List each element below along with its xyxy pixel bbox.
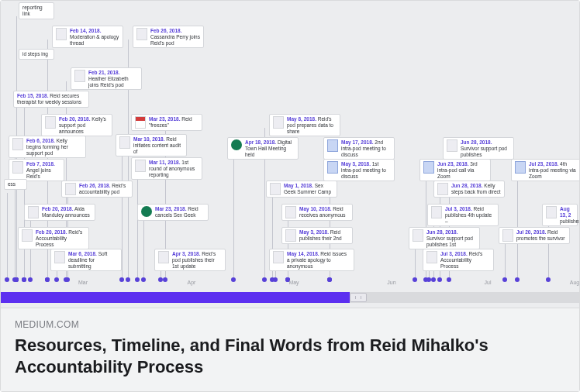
- event-date: Jun 28, 2018.: [426, 229, 457, 235]
- event-thumb: [135, 116, 146, 129]
- event-date: May 14, 2018.: [287, 251, 319, 256]
- timeline-event-card[interactable]: Feb 26, 2018. Reid's accountability pod: [61, 181, 133, 198]
- event-connector: [7, 193, 8, 280]
- month-label: Mar: [78, 280, 88, 285]
- link-headline: Resources, Timeline, and Final Words fro…: [15, 335, 565, 377]
- timeline-event-card[interactable]: ess: [4, 179, 27, 190]
- timeline-event-card[interactable]: Apr 18, 2018. Digital Town Hall Meeting …: [227, 137, 299, 160]
- event-text: May 3, 2018. Reid publishes their 2nd: [299, 229, 349, 242]
- timeline-event-card[interactable]: May 17, 2018. 2nd intra-pod meeting to d…: [323, 137, 395, 160]
- timeline-event-card[interactable]: reporting link: [19, 2, 54, 19]
- timeline-event-card[interactable]: Mar 10, 2018. Reid initiates content aud…: [116, 134, 187, 156]
- timeline-event-card[interactable]: Feb 20, 2018. Reid's Accountability Proc…: [18, 227, 89, 249]
- timeline-event-card[interactable]: Mar 23, 2018. Reid "freezes": [131, 114, 202, 131]
- timeline-event-card[interactable]: Jul 3, 2018. Reid publishes 4th update –: [427, 204, 499, 226]
- event-text: May 1, 2018. Sex Geek Summer Camp: [284, 183, 333, 195]
- event-text: Feb 14, 2018. Moderation & apology threa…: [70, 28, 119, 46]
- event-text: Jun 23, 2018. 3rd intra-pod call via Zoo…: [437, 161, 487, 179]
- link-source: MEDIUM.COM: [15, 319, 565, 330]
- scrub-fill: [1, 292, 350, 303]
- event-date: Jun 28, 2018.: [451, 183, 482, 188]
- event-date: Mar 23, 2018.: [149, 116, 180, 122]
- timeline-event-card[interactable]: Jul 23, 2018. 4th intra-pod meeting via …: [511, 159, 579, 181]
- event-date: Jul 3, 2018.: [445, 206, 472, 211]
- event-thumb: [273, 251, 284, 263]
- timeline-event-card[interactable]: May 14, 2018. Reid issues a private apol…: [269, 249, 354, 271]
- event-date: Feb 20, 2018.: [42, 206, 73, 211]
- event-date: May 3, 2018.: [299, 229, 329, 235]
- timeline-event-card[interactable]: Feb 26, 2018. Cassandra Perry joins Reid…: [133, 26, 204, 48]
- timeline-event-card[interactable]: May 8, 2018. Reid's pod prepares data to…: [269, 114, 340, 136]
- timeline-event-card[interactable]: Jun 28, 2018. Kelly steps back from dire…: [433, 181, 505, 198]
- event-thumb: [54, 251, 65, 263]
- event-thumb: [45, 116, 56, 129]
- event-text: Mar 6, 2018. Soft deadline for submittin…: [68, 251, 118, 269]
- event-text: Feb 26, 2018. Cassandra Perry joins Reid…: [150, 28, 200, 46]
- event-thumb: [119, 136, 130, 149]
- timeline-event-card[interactable]: Feb 7, 2018. Angel joins Reid's: [9, 159, 64, 181]
- scrub-track[interactable]: [1, 292, 579, 303]
- event-thumb: [22, 229, 33, 242]
- month-label: May: [288, 280, 299, 285]
- scrub-handle[interactable]: [350, 293, 367, 302]
- event-connector: [122, 148, 123, 280]
- timeline-event-card[interactable]: Jul 20, 2018. Reid promotes the survivor: [499, 227, 570, 244]
- event-text: Feb 15, 2018. Reid secures therapist for…: [17, 93, 85, 105]
- timeline-event-card[interactable]: May 10, 2018. Reid receives anonymous: [281, 204, 353, 221]
- event-text: Mar 23, 2018. Reid "freezes": [149, 116, 199, 129]
- timeline-event-card[interactable]: Jun 23, 2018. 3rd intra-pod call via Zoo…: [419, 159, 491, 181]
- event-date: Mar 10, 2018.: [133, 136, 164, 142]
- timeline-event-card[interactable]: id steps ing: [19, 49, 54, 60]
- timeline-event-card[interactable]: May 3, 2018. Reid publishes their 2nd: [281, 227, 353, 244]
- event-thumb: [285, 229, 296, 242]
- month-axis: MarAprMayJunJulAug: [1, 280, 579, 291]
- link-preview-card[interactable]: { "source": "MEDIUM.COM", "headline": "R…: [0, 0, 580, 392]
- event-text: Jul 23, 2018. 4th intra-pod meeting via …: [529, 161, 578, 179]
- timeline-event-card[interactable]: Feb 6, 2018. Kelly begins forming her su…: [9, 136, 86, 158]
- event-text: May 17, 2018. 2nd intra-pod meeting to d…: [341, 139, 391, 157]
- event-connector: [143, 218, 144, 280]
- timeline-event-card[interactable]: Mar 6, 2018. Soft deadline for submittin…: [50, 249, 122, 271]
- event-thumb: [65, 183, 76, 195]
- event-date: Mar 23, 2018.: [155, 206, 186, 211]
- event-text: Feb 20, 2018. Reid's Accountability Proc…: [36, 229, 85, 247]
- event-thumb: [413, 229, 423, 242]
- event-thumb: [12, 138, 23, 150]
- event-text: May 10, 2018. Reid receives anonymous: [299, 206, 349, 218]
- event-text: reporting link: [22, 5, 50, 17]
- timeline-event-card[interactable]: Jun 28, 2018. Survivor support pod publi…: [409, 227, 480, 249]
- timeline-event-card[interactable]: Mar 11, 2018. 1st round of anonymous rep…: [131, 157, 202, 180]
- event-thumb: [135, 160, 146, 172]
- event-connector: [137, 171, 138, 280]
- month-label: Jul: [485, 280, 492, 285]
- event-date: Jun 28, 2018.: [461, 139, 492, 145]
- timeline-event-card[interactable]: Feb 20, 2018. Aida Manduley announces: [24, 204, 95, 221]
- event-text: id steps ing: [22, 51, 50, 57]
- timeline-event-card[interactable]: Feb 15, 2018. Reid secures therapist for…: [13, 91, 89, 108]
- event-text: Mar 10, 2018. Reid initiates content aud…: [133, 136, 183, 154]
- event-date: Feb 6, 2018.: [26, 138, 55, 143]
- event-thumb: [136, 28, 147, 40]
- event-text: ess: [8, 181, 23, 187]
- month-label: Jun: [387, 280, 395, 285]
- timeline-event-card[interactable]: Jul 3, 2018. Reid's Accountability Proce…: [423, 249, 494, 271]
- event-date: May 3, 2018.: [341, 161, 371, 167]
- event-text: Mar 23, 2018. Reid cancels Sex Geek: [155, 206, 205, 218]
- event-date: Jul 23, 2018.: [529, 161, 558, 167]
- timeline-event-card[interactable]: Feb 20, 2018. Kelly's support pod announ…: [41, 114, 112, 136]
- timeline-event-card[interactable]: May 3, 2018. 1st intra-pod meeting to di…: [323, 159, 395, 181]
- timeline-event-card[interactable]: May 1, 2018. Sex Geek Summer Camp: [266, 181, 337, 198]
- event-date: Feb 20, 2018.: [36, 229, 67, 235]
- event-connector: [505, 241, 506, 280]
- event-date: Feb 20, 2018.: [59, 116, 90, 122]
- timeline-event-card[interactable]: Feb 14, 2018. Moderation & apology threa…: [52, 26, 123, 48]
- link-meta: MEDIUM.COM Resources, Timeline, and Fina…: [1, 308, 579, 391]
- event-date: Mar 11, 2018.: [149, 160, 180, 165]
- timeline-event-card[interactable]: Mar 23, 2018. Reid cancels Sex Geek: [137, 204, 209, 221]
- event-date: Jul 3, 2018.: [440, 251, 468, 256]
- timeline-event-card[interactable]: Feb 21, 2018. Heather Elizabeth joins Re…: [71, 67, 142, 90]
- timeline-event-card[interactable]: Aug 13, 2 publishes: [542, 204, 578, 226]
- event-thumb: [231, 139, 242, 150]
- timeline-event-card[interactable]: Apr 3, 2018. Reid's pod publishes their …: [154, 249, 226, 271]
- timeline-event-card[interactable]: Jun 28, 2018. Survivor support pod publi…: [443, 137, 514, 160]
